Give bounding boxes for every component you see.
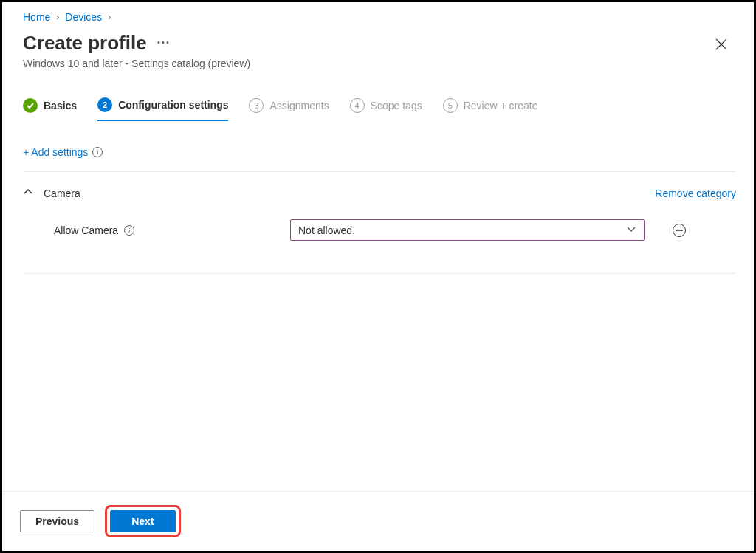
wizard-steps: Basics 2 Configuration settings 3 Assign… xyxy=(23,97,736,121)
step-number-icon: 3 xyxy=(249,98,264,113)
info-icon[interactable]: i xyxy=(124,225,134,236)
previous-button[interactable]: Previous xyxy=(20,510,94,532)
step-assignments[interactable]: 3 Assignments xyxy=(249,98,329,120)
add-settings-row: + Add settings i xyxy=(23,146,736,158)
step-configuration-settings[interactable]: 2 Configuration settings xyxy=(97,97,228,121)
step-number-icon: 4 xyxy=(350,98,365,113)
chevron-right-icon: › xyxy=(108,12,111,22)
chevron-up-icon xyxy=(23,187,33,197)
step-number-icon: 2 xyxy=(97,97,112,112)
info-icon[interactable]: i xyxy=(92,147,103,157)
step-label: Assignments xyxy=(269,100,329,111)
page-title-text: Create profile xyxy=(23,32,147,55)
chevron-right-icon: › xyxy=(56,12,59,22)
setting-label: Allow Camera xyxy=(54,224,118,236)
select-value: Not allowed. xyxy=(298,224,355,236)
breadcrumb-devices[interactable]: Devices xyxy=(65,11,102,23)
highlight-annotation: Next xyxy=(105,505,180,537)
category-section-camera: Camera Remove category Allow Camera i No… xyxy=(23,171,736,274)
step-label: Configuration settings xyxy=(118,99,228,111)
close-button[interactable] xyxy=(707,32,736,58)
setting-row-allow-camera: Allow Camera i Not allowed. xyxy=(23,219,736,241)
step-label: Review + create xyxy=(464,100,538,111)
step-basics[interactable]: Basics xyxy=(23,98,77,120)
step-review-create[interactable]: 5 Review + create xyxy=(443,98,538,120)
breadcrumb: Home › Devices › xyxy=(23,11,736,23)
page-subtitle: Windows 10 and later - Settings catalog … xyxy=(23,58,250,69)
chevron-down-icon xyxy=(626,224,636,236)
wizard-footer: Previous Next xyxy=(2,491,754,551)
allow-camera-select[interactable]: Not allowed. xyxy=(290,219,645,241)
minus-circle-icon xyxy=(676,230,683,231)
step-number-icon: 5 xyxy=(443,98,458,113)
checkmark-icon xyxy=(23,98,38,113)
page-title: Create profile ··· xyxy=(23,32,250,55)
more-actions-button[interactable]: ··· xyxy=(157,35,171,51)
remove-category-link[interactable]: Remove category xyxy=(655,188,736,199)
remove-setting-button[interactable] xyxy=(673,224,686,237)
next-button[interactable]: Next xyxy=(110,510,175,532)
step-label: Basics xyxy=(44,100,77,111)
step-scope-tags[interactable]: 4 Scope tags xyxy=(350,98,422,120)
breadcrumb-home[interactable]: Home xyxy=(23,11,50,23)
close-icon xyxy=(715,38,727,50)
step-label: Scope tags xyxy=(371,100,422,111)
collapse-toggle[interactable] xyxy=(23,187,33,200)
category-title: Camera xyxy=(44,188,80,199)
add-settings-link[interactable]: + Add settings xyxy=(23,146,88,158)
